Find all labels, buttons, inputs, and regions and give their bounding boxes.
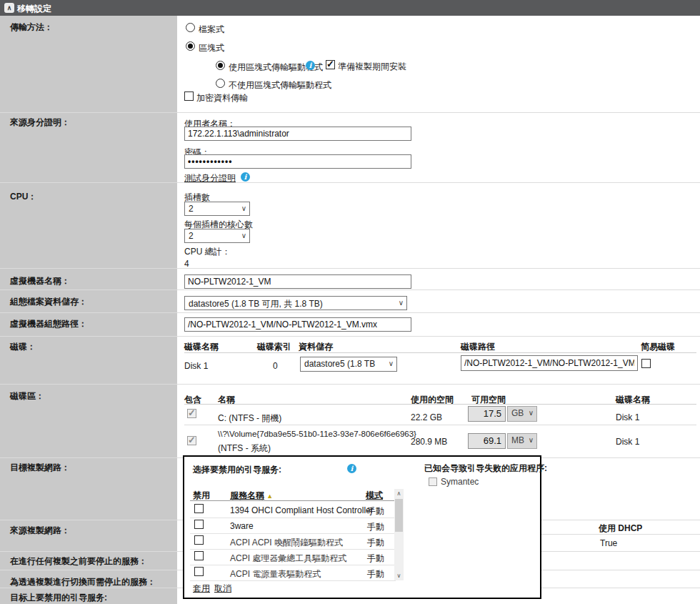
- volume-include-checkbox: [187, 436, 196, 445]
- divider: [190, 549, 396, 550]
- checkbox-install-during-prepare-label: 準備複製期間安裝: [338, 61, 406, 73]
- label-target-replication-network: 目標複製網路：: [10, 462, 70, 474]
- service-name: 1394 OHCI Compliant Host Controller: [230, 505, 374, 515]
- radio-file-based-label: 檔案式: [199, 24, 224, 36]
- scrollbar-thumb[interactable]: [395, 499, 403, 532]
- service-mode: 手動: [367, 553, 384, 565]
- chevron-down-icon: ∨: [241, 232, 246, 239]
- label-stop-for-cutover: 為透過複製進行切換而需停止的服務：: [10, 576, 156, 588]
- sort-ascending-icon: ▲: [266, 492, 273, 500]
- divider: [190, 533, 396, 534]
- disk-path-input[interactable]: [461, 355, 638, 371]
- label-source-replication-network: 來源複製網路：: [10, 525, 70, 537]
- volume-disk: Disk 1: [616, 437, 639, 447]
- disk-col-path: 磁碟路徑: [461, 341, 495, 353]
- service-disable-checkbox[interactable]: [194, 520, 204, 529]
- chevron-down-icon: ∨: [529, 409, 534, 417]
- volume-free-input[interactable]: 69.1: [468, 433, 506, 449]
- disk-datastore-select[interactable]: datastore5 (1.8 TB∨: [300, 357, 397, 372]
- config-datastore-select[interactable]: datastore5 (1.8 TB 可用, 共 1.8 TB)∨: [184, 296, 407, 310]
- divider: [0, 336, 700, 337]
- volume-used: 22.2 GB: [411, 412, 442, 422]
- test-credentials-link[interactable]: 測試身分證明: [184, 172, 236, 184]
- service-name: 3ware: [230, 521, 254, 531]
- service-disable-checkbox[interactable]: [194, 567, 204, 576]
- service-disable-checkbox[interactable]: [194, 504, 204, 513]
- collapse-section-icon[interactable]: ∧: [4, 3, 14, 13]
- service-mode: 手動: [367, 521, 384, 533]
- volume-used: 280.9 MB: [411, 437, 447, 447]
- disk-col-thin: 简易磁碟: [641, 341, 675, 353]
- chevron-down-icon: ∨: [399, 299, 404, 307]
- label-cpu: CPU：: [10, 191, 36, 203]
- label-vm-config-path: 虛擬機器組態路徑：: [10, 318, 87, 330]
- vm-config-path-input[interactable]: [184, 317, 411, 332]
- radio-no-block-driver[interactable]: [216, 79, 225, 88]
- cancel-link[interactable]: 取消: [214, 583, 231, 595]
- migration-settings-page: ∧ 移轉設定 傳輸方法： 來源身分證明： CPU： 虛擬機器名稱： 組態檔案資料…: [0, 0, 700, 604]
- label-disk: 磁碟：: [10, 341, 36, 353]
- apply-link[interactable]: 套用: [193, 583, 210, 595]
- col-service-label[interactable]: 服務名稱: [230, 490, 264, 500]
- use-dhcp-value: True: [600, 538, 617, 548]
- divider: [0, 112, 700, 113]
- info-icon[interactable]: i: [241, 172, 250, 182]
- checkbox-encrypt-transfer[interactable]: [184, 91, 194, 101]
- disk-col-index: 磁碟索引: [257, 341, 291, 353]
- disk-row-index: 0: [273, 361, 278, 371]
- volume-free-unit: GB: [511, 408, 524, 418]
- info-icon[interactable]: i: [347, 464, 356, 473]
- sockets-select[interactable]: 2∨: [184, 202, 250, 216]
- service-mode: 手動: [367, 505, 384, 518]
- label-source-credentials: 來源身分證明：: [10, 117, 70, 129]
- page-title: 移轉設定: [17, 3, 51, 15]
- checkbox-install-during-prepare[interactable]: [326, 60, 335, 69]
- label-config-datastore: 組態檔案資料儲存：: [10, 296, 87, 308]
- chevron-down-icon: ∨: [241, 204, 246, 212]
- disk-col-datastore: 資料儲存: [299, 341, 333, 353]
- radio-file-based[interactable]: [186, 23, 195, 32]
- divider: [184, 352, 696, 353]
- sockets-value: 2: [189, 204, 194, 214]
- scroll-up-icon[interactable]: ∧: [394, 489, 404, 498]
- scrollbar[interactable]: ∧ ∨: [394, 489, 404, 580]
- volume-name-line2: (NTFS - 系統): [218, 442, 271, 455]
- scroll-down-icon[interactable]: ∨: [394, 571, 404, 580]
- disk-thin-checkbox[interactable]: [641, 359, 651, 368]
- volume-name: C: (NTFS - 開機): [218, 412, 281, 425]
- password-input[interactable]: [184, 154, 411, 169]
- checkbox-encrypt-transfer-label: 加密資料傳輸: [196, 92, 248, 104]
- divider: [0, 268, 700, 269]
- disk-col-name: 磁碟名稱: [184, 341, 219, 353]
- radio-no-block-driver-label: 不使用區塊式傳輸驅動程式: [229, 79, 331, 91]
- label-transfer-method: 傳輸方法：: [10, 21, 53, 34]
- titlebar: ∧ 移轉設定: [0, 0, 700, 16]
- divider: [0, 384, 700, 385]
- volume-free-unit-select: GB∨: [507, 406, 537, 422]
- chevron-down-icon: ∨: [389, 360, 394, 367]
- divider: [190, 565, 396, 565]
- service-name: ACPI 電源量表驅動程式: [230, 568, 321, 580]
- username-input[interactable]: [184, 127, 411, 141]
- divider: [190, 518, 396, 518]
- radio-block-based[interactable]: [186, 41, 195, 51]
- volume-free-input[interactable]: 17.5: [468, 406, 506, 422]
- info-icon[interactable]: i: [306, 61, 315, 70]
- cpu-total-label: CPU 總計：: [184, 246, 231, 258]
- boot-services-popup: 选择要禁用的引导服务: i 已知会导致引导失败的应用程序: Symantec 禁…: [183, 455, 541, 599]
- service-disable-checkbox[interactable]: [194, 535, 204, 545]
- label-vm-name: 虛擬機器名稱：: [10, 275, 70, 287]
- known-apps-label: 已知会导致引导失败的应用程序:: [424, 462, 547, 475]
- radio-use-block-driver[interactable]: [216, 61, 225, 70]
- use-dhcp-header: 使用 DHCP: [599, 523, 642, 535]
- service-disable-checkbox[interactable]: [194, 551, 204, 560]
- cores-select[interactable]: 2∨: [184, 229, 250, 243]
- cpu-total-value: 4: [184, 259, 189, 269]
- popup-title: 选择要禁用的引导服务:: [193, 464, 281, 476]
- disk-datastore-value: datastore5 (1.8 TB: [304, 359, 375, 369]
- divider: [0, 289, 700, 290]
- vm-name-input[interactable]: [184, 274, 411, 289]
- volume-name: \\?\Volume{7dba9e55-51b0-11e3-93e7-806e6…: [218, 430, 416, 438]
- divider: [184, 425, 696, 425]
- config-datastore-value: datastore5 (1.8 TB 可用, 共 1.8 TB): [189, 299, 323, 309]
